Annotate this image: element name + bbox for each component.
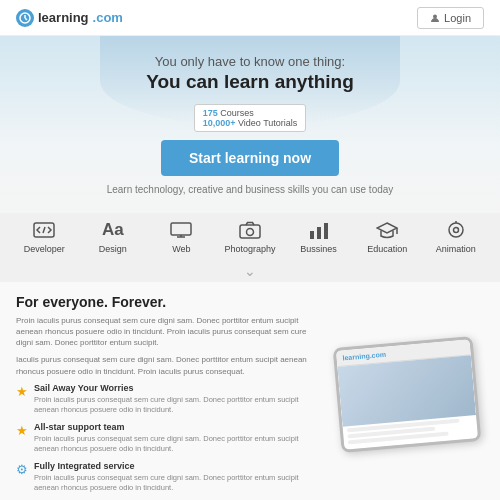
cta-button[interactable]: Start learning now	[161, 140, 339, 176]
tablet-screen-image	[337, 355, 476, 426]
hero-content: You only have to know one thing: You can…	[20, 54, 480, 195]
category-web[interactable]: Web	[147, 219, 216, 254]
courses-label: Courses	[220, 108, 254, 118]
feature-3-text: Fully Integrated service Proin iaculis p…	[34, 461, 322, 494]
business-icon	[304, 219, 334, 241]
web-label: Web	[172, 244, 190, 254]
svg-point-17	[453, 227, 458, 232]
category-design[interactable]: Aa Design	[79, 219, 148, 254]
header: learning.com Login	[0, 0, 500, 36]
svg-point-3	[433, 14, 437, 18]
svg-rect-11	[310, 231, 314, 239]
category-photography[interactable]: Photography	[216, 219, 285, 254]
feature-1: ★ Sail Away Your Worries Proin iaculis p…	[16, 383, 322, 416]
feature-3: ⚙ Fully Integrated service Proin iaculis…	[16, 461, 322, 494]
tablet-screen: learning.com	[335, 339, 477, 449]
logo: learning.com	[16, 9, 123, 27]
photography-label: Photography	[225, 244, 276, 254]
categories-bar: Developer Aa Design Web Photography Buss…	[0, 213, 500, 260]
tablet-mockup: learning.com	[337, 342, 482, 452]
svg-marker-14	[377, 223, 397, 233]
bottom-left: For everyone. Forever. Proin iaculis pur…	[16, 294, 322, 500]
feature-2-title: All-star support team	[34, 422, 322, 432]
section-title: For everyone. Forever.	[16, 294, 322, 310]
svg-point-16	[449, 223, 463, 237]
login-button[interactable]: Login	[417, 7, 484, 29]
feature-1-text: Sail Away Your Worries Proin iaculis pur…	[34, 383, 322, 416]
tablet-logo: learning.com	[342, 350, 386, 361]
design-icon: Aa	[98, 219, 128, 241]
feature-1-title: Sail Away Your Worries	[34, 383, 322, 393]
feature-2: ★ All-star support team Proin iaculis pu…	[16, 422, 322, 455]
videos-label: Video Tutorials	[238, 118, 297, 128]
svg-line-5	[43, 227, 45, 233]
gear-icon: ⚙	[16, 462, 28, 494]
developer-label: Developer	[24, 244, 65, 254]
stats-box: 175 Courses 10,000+ Video Tutorials	[194, 104, 307, 132]
tablet-outer: learning.com	[332, 336, 481, 453]
education-label: Education	[367, 244, 407, 254]
logo-text: learning	[38, 10, 89, 25]
hero-description: Learn technology, creative and business …	[20, 184, 480, 195]
hero-subtitle: You only have to know one thing:	[20, 54, 480, 69]
svg-rect-6	[171, 223, 191, 235]
chevron-down-bar[interactable]: ⌄	[0, 260, 500, 282]
chevron-down-icon[interactable]: ⌄	[244, 263, 256, 279]
feature-1-desc: Proin iaculis purus consequat sem cure d…	[34, 395, 322, 416]
videos-count: 10,000+	[203, 118, 236, 128]
star-icon-1: ★	[16, 384, 28, 416]
logo-icon	[16, 9, 34, 27]
hero-section: You only have to know one thing: You can…	[0, 36, 500, 213]
svg-line-2	[25, 18, 27, 20]
animation-icon	[441, 219, 471, 241]
svg-rect-12	[317, 227, 321, 239]
star-icon-2: ★	[16, 423, 28, 455]
section-intro: Proin iaculis purus consequat sem cure d…	[16, 315, 322, 349]
svg-point-10	[247, 228, 254, 235]
business-label: Bussines	[300, 244, 337, 254]
tablet-mockup-container: learning.com	[334, 294, 484, 500]
category-education[interactable]: Education	[353, 219, 422, 254]
bottom-section: For everyone. Forever. Proin iaculis pur…	[0, 282, 500, 500]
developer-icon	[29, 219, 59, 241]
education-icon	[372, 219, 402, 241]
hero-title: You can learn anything	[20, 71, 480, 94]
photography-icon	[235, 219, 265, 241]
section-intro2: Iaculis purus consequat sem cure digni s…	[16, 354, 322, 376]
logo-domain: .com	[93, 10, 123, 25]
feature-2-text: All-star support team Proin iaculis puru…	[34, 422, 322, 455]
design-label: Design	[99, 244, 127, 254]
svg-rect-13	[324, 223, 328, 239]
feature-3-desc: Proin iaculis purus consequat sem cure d…	[34, 473, 322, 494]
web-icon	[166, 219, 196, 241]
category-business[interactable]: Bussines	[284, 219, 353, 254]
user-icon	[430, 13, 440, 23]
category-animation[interactable]: Animation	[421, 219, 490, 254]
courses-count: 175	[203, 108, 218, 118]
category-developer[interactable]: Developer	[10, 219, 79, 254]
animation-label: Animation	[436, 244, 476, 254]
feature-2-desc: Proin iaculis purus consequat sem cure d…	[34, 434, 322, 455]
feature-3-title: Fully Integrated service	[34, 461, 322, 471]
